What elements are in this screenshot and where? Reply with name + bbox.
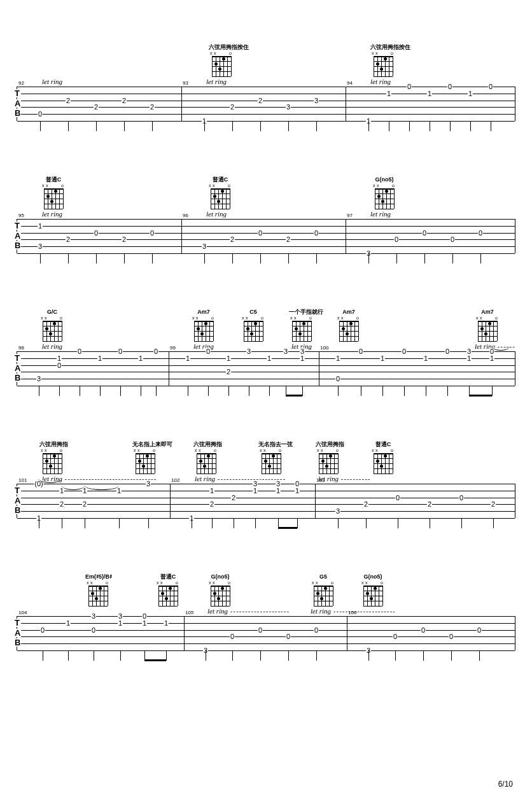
let-ring-label: let ring ---------- (318, 475, 370, 482)
tab-note: 3 (466, 348, 472, 355)
tab-note: 1 (38, 222, 43, 229)
tab-staff: TAB9531202096320209730000 (17, 219, 515, 253)
chord-block: G(no5)xxo (372, 177, 397, 210)
tab-staff: TAB98301010109910213131310001010101310 (17, 351, 515, 386)
tab-note: 1 (423, 354, 428, 361)
letring-row: let ring -------------------------------… (17, 475, 515, 484)
tab-note: 3 (276, 481, 281, 488)
tab-note: 1 (116, 487, 122, 494)
tab-note: 0 (258, 626, 263, 633)
tab-note: 0 (118, 348, 123, 355)
chord-label: G/C (39, 309, 65, 316)
tab-note: 3 (36, 375, 41, 382)
bar-number: 95 (18, 213, 24, 218)
chord-label: C5 (241, 309, 266, 316)
tab-note: 1 (164, 619, 169, 626)
chord-label: 普通C (155, 574, 181, 580)
tab-note: 0 (57, 361, 62, 368)
bar-number: 106 (348, 610, 356, 615)
bar-number: 99 (170, 345, 176, 351)
tab-clef: TAB (14, 616, 21, 650)
chord-row: Em(♯5)/B♯xxo普通CxxoG(no5)xxoG5xxoG(no5)xx… (17, 560, 515, 607)
tab-note: 0 (77, 348, 82, 355)
chord-block: G/Cxxo (39, 309, 65, 342)
tab-note: 0 (335, 375, 340, 382)
tab-note: 3 (246, 348, 251, 355)
let-ring-label: let ring (370, 210, 391, 218)
chord-block: G(no5)xxo (360, 574, 386, 607)
let-ring-label: let ring ----------------------- (195, 475, 286, 482)
chord-label: 六弦用拇指 (316, 442, 341, 448)
tab-note: 1 (386, 90, 391, 97)
tab-note: 2 (150, 104, 155, 111)
chord-block: 无名指去一弦xxo (258, 442, 284, 475)
page-number: 6/10 (498, 780, 513, 789)
tab-note: 2 (59, 501, 64, 508)
let-ring-label: let ring -------------------- (207, 607, 290, 615)
tab-note: 1 (295, 487, 300, 494)
tab-note: 3 (314, 97, 319, 104)
tab-clef: TAB (14, 219, 21, 253)
tab-note: 0 (478, 229, 483, 236)
tab-note: 0 (422, 229, 427, 236)
bar-number: 97 (347, 213, 353, 218)
tab-note: 1 (142, 619, 147, 626)
tab-note: 0 (395, 494, 400, 501)
chord-block: G5xxo (311, 574, 336, 607)
tab-note: 0 (150, 229, 155, 236)
chord-label: 一个手指就行 (289, 309, 314, 316)
chord-block: 普通Cxxo (207, 177, 233, 210)
tab-note: 0 (286, 633, 291, 640)
chord-label: Em(♯5)/B♯ (85, 574, 111, 580)
tab-note: 2 (286, 236, 291, 243)
tab-system: 六弦用拇指xxo无名指上来即可xxo六弦用拇指xxo无名指去一弦xxo六弦用拇指… (17, 428, 515, 532)
tab-note: 2 (209, 501, 214, 508)
bar-number: 101 (18, 477, 27, 483)
let-ring-label: let ring (42, 342, 62, 350)
let-ring-label: let ring (206, 210, 227, 218)
bar-number: 104 (18, 610, 27, 615)
tab-note: 0 (407, 83, 412, 90)
tab-note: 2 (66, 97, 71, 104)
tab-note: 3 (38, 243, 43, 250)
bar-number: 105 (185, 610, 193, 615)
chord-label: G(no5) (372, 177, 397, 183)
tab-note: 0 (153, 348, 158, 355)
tab-note: 1 (466, 354, 472, 361)
let-ring-label: let ring (193, 342, 214, 350)
tab-note: 2 (491, 501, 496, 508)
chord-label: 六弦用拇指按住 (209, 45, 234, 51)
tab-note: 1 (138, 354, 143, 361)
tab-note: 2 (230, 104, 235, 111)
tab-note: 0 (402, 348, 407, 355)
tab-staff: TAB1040103131011053000010630000 (17, 616, 515, 650)
let-ring-label: let ring (42, 78, 62, 85)
chord-block: Am7xxo (475, 309, 500, 342)
chord-block: 六弦用拇指xxo (39, 442, 65, 475)
chord-row: 六弦用拇指按住xxo六弦用拇指按住xxo (17, 31, 515, 78)
tab-note: 2 (122, 236, 127, 243)
tab-note: 2 (94, 104, 99, 111)
bar-number: 100 (320, 345, 328, 351)
tab-staff: TAB1011(0)2121131021212131310103320202 (17, 484, 515, 518)
chord-label: 六弦用拇指 (193, 442, 219, 448)
chord-block: 六弦用拇指xxo (193, 442, 219, 475)
chord-block: 一个手指就行xxo (289, 309, 314, 342)
tab-note: 0 (450, 236, 455, 243)
tab-note: 0 (358, 348, 363, 355)
tab-note: 0 (142, 613, 147, 620)
let-ring-label: let ring (42, 210, 62, 218)
tab-note: 2 (82, 501, 87, 508)
chord-label: G(no5) (207, 574, 233, 580)
tab-note: 0 (38, 111, 43, 118)
chord-block: 六弦用拇指xxo (316, 442, 341, 475)
chord-label: Am7 (191, 309, 216, 316)
chord-block: 普通Cxxo (370, 442, 396, 475)
tab-note: 1 (380, 354, 385, 361)
tab-note: 3 (146, 481, 151, 488)
tab-note: 1 (185, 354, 190, 361)
tab-note: 1 (276, 487, 281, 494)
bar-number: 102 (171, 477, 179, 483)
tab-note: 1 (118, 619, 123, 626)
tab-note: 0 (314, 229, 319, 236)
